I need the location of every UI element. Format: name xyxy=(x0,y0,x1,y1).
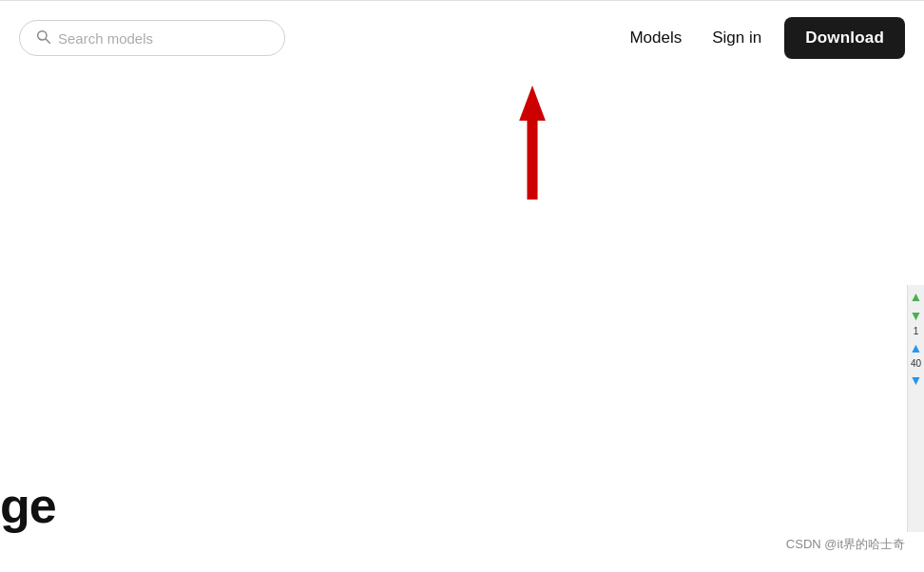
scroll-number: 1 xyxy=(914,327,919,336)
right-scroll-panel: ▲ ▼ 1 ▲ 40 ▼ xyxy=(907,285,924,532)
search-container xyxy=(19,20,285,56)
scroll-indicator-green: ▲ xyxy=(910,289,923,304)
bottom-large-text: ge xyxy=(0,477,56,534)
svg-marker-2 xyxy=(519,86,546,200)
nav-link-sign-in[interactable]: Sign in xyxy=(704,25,769,51)
header: Models Sign in Download xyxy=(0,0,924,76)
svg-point-0 xyxy=(38,31,47,40)
svg-line-1 xyxy=(46,39,49,43)
scroll-indicator-green2: ▼ xyxy=(910,308,923,323)
download-button[interactable]: Download xyxy=(784,17,905,59)
search-icon xyxy=(35,29,50,48)
scroll-down-icon[interactable]: ▼ xyxy=(910,372,923,388)
nav-link-models[interactable]: Models xyxy=(622,25,689,51)
search-input[interactable] xyxy=(58,30,269,47)
watermark-text: CSDN @it界的哈士奇 xyxy=(786,536,905,553)
red-arrow-icon xyxy=(513,86,551,200)
scroll-up-icon[interactable]: ▲ xyxy=(910,340,923,355)
scroll-count: 40 xyxy=(911,359,921,369)
arrow-annotation xyxy=(513,86,551,200)
